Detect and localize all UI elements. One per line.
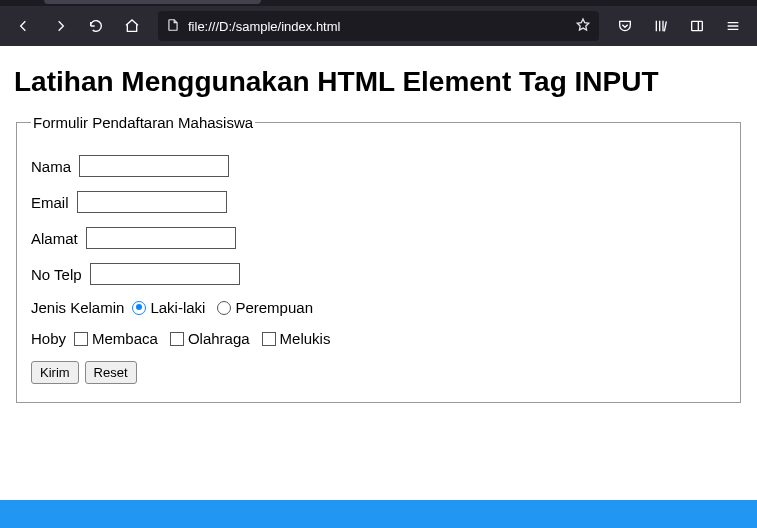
pocket-icon (617, 18, 633, 34)
radio-option-male[interactable]: Laki-laki (132, 299, 205, 316)
library-icon (653, 18, 669, 34)
forward-button[interactable] (44, 10, 76, 42)
home-icon (124, 18, 140, 34)
checkbox-olahraga-label: Olahraga (188, 330, 250, 347)
reload-button[interactable] (80, 10, 112, 42)
row-hoby: Hoby Membaca Olahraga Melukis (31, 330, 726, 347)
form-fieldset: Formulir Pendaftaran Mahasiswa Nama Emai… (16, 114, 741, 403)
navigation-toolbar: file:///D:/sample/index.html (0, 6, 757, 46)
label-telp: No Telp (31, 266, 82, 283)
button-row: Kirim Reset (31, 361, 726, 384)
reload-icon (88, 18, 104, 34)
radio-male-icon (132, 301, 146, 315)
checkbox-option-melukis[interactable]: Melukis (262, 330, 331, 347)
menu-button[interactable] (717, 10, 749, 42)
pocket-button[interactable] (609, 10, 641, 42)
row-email: Email (31, 191, 726, 213)
browser-window: Belajar Menggunakan HTML Elemen ✕ + — ▢ … (0, 0, 757, 500)
row-nama: Nama (31, 155, 726, 177)
library-button[interactable] (645, 10, 677, 42)
input-telp[interactable] (90, 263, 240, 285)
back-button[interactable] (8, 10, 40, 42)
document-icon (166, 18, 180, 35)
browser-tab[interactable]: Belajar Menggunakan HTML Elemen ✕ (44, 0, 261, 4)
checkbox-membaca-label: Membaca (92, 330, 158, 347)
reset-button[interactable]: Reset (85, 361, 137, 384)
radio-female-icon (217, 301, 231, 315)
label-jk: Jenis Kelamin (31, 299, 124, 316)
radio-female-label: Perempuan (235, 299, 313, 316)
label-nama: Nama (31, 158, 71, 175)
checkbox-melukis-icon (262, 332, 276, 346)
checkbox-option-membaca[interactable]: Membaca (74, 330, 158, 347)
input-email[interactable] (77, 191, 227, 213)
page-content: Latihan Menggunakan HTML Element Tag INP… (0, 46, 757, 500)
sidebar-button[interactable] (681, 10, 713, 42)
tab-strip: Belajar Menggunakan HTML Elemen ✕ + — ▢ … (0, 0, 757, 6)
input-nama[interactable] (79, 155, 229, 177)
radio-option-female[interactable]: Perempuan (217, 299, 313, 316)
label-email: Email (31, 194, 69, 211)
checkbox-melukis-label: Melukis (280, 330, 331, 347)
svg-rect-0 (692, 21, 703, 30)
radio-male-label: Laki-laki (150, 299, 205, 316)
sidebar-icon (689, 18, 705, 34)
arrow-right-icon (52, 18, 68, 34)
bookmark-star-icon[interactable] (575, 17, 591, 36)
url-text: file:///D:/sample/index.html (188, 19, 567, 34)
arrow-left-icon (16, 18, 32, 34)
home-button[interactable] (116, 10, 148, 42)
input-alamat[interactable] (86, 227, 236, 249)
form-legend: Formulir Pendaftaran Mahasiswa (31, 114, 255, 131)
address-bar[interactable]: file:///D:/sample/index.html (158, 11, 599, 41)
row-jenis-kelamin: Jenis Kelamin Laki-laki Perempuan (31, 299, 726, 316)
checkbox-option-olahraga[interactable]: Olahraga (170, 330, 250, 347)
submit-button[interactable]: Kirim (31, 361, 79, 384)
label-alamat: Alamat (31, 230, 78, 247)
label-hoby: Hoby (31, 330, 66, 347)
row-alamat: Alamat (31, 227, 726, 249)
row-telp: No Telp (31, 263, 726, 285)
checkbox-membaca-icon (74, 332, 88, 346)
checkbox-olahraga-icon (170, 332, 184, 346)
page-heading: Latihan Menggunakan HTML Element Tag INP… (14, 66, 743, 98)
hamburger-icon (725, 18, 741, 34)
new-tab-button[interactable]: + (267, 0, 295, 3)
